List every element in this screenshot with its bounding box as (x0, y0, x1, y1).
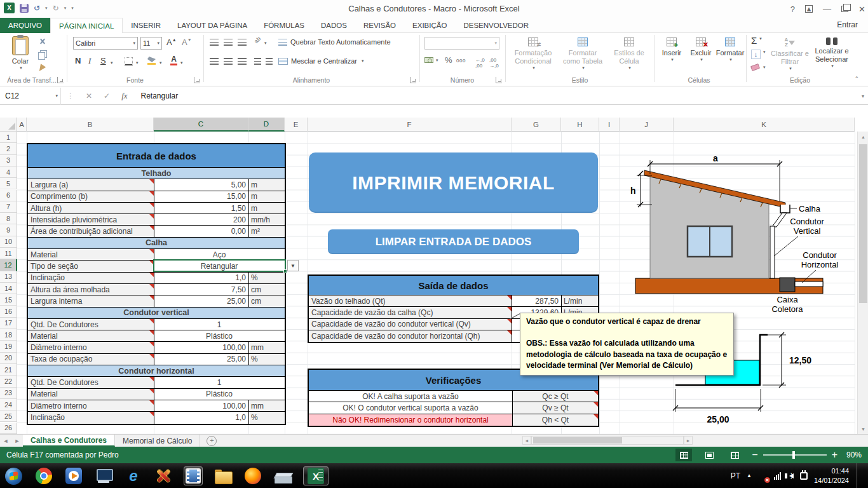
confirm-entry-icon[interactable]: ✓ (98, 92, 116, 100)
name-box-caret-icon[interactable]: ▾ (55, 93, 58, 98)
align-middle-icon[interactable] (224, 39, 233, 46)
align-left-icon[interactable] (210, 58, 219, 65)
row-value[interactable]: 100,00 (154, 342, 248, 353)
accounting-format-button[interactable]: ▾ (424, 57, 438, 63)
page-break-view-button[interactable] (726, 449, 743, 461)
shrink-font-button[interactable]: A▼ (182, 37, 192, 47)
row-header-20[interactable]: 20 (0, 353, 17, 364)
decrease-indent-icon[interactable] (254, 58, 261, 65)
scroll-up-icon[interactable]: ▲ (858, 132, 868, 142)
font-color-caret-icon[interactable]: ▾ (180, 60, 183, 65)
row-header-16[interactable]: 16 (0, 306, 17, 318)
show-desktop-button[interactable] (857, 463, 862, 488)
increase-indent-icon[interactable] (266, 58, 273, 65)
row-header-11[interactable]: 11 (0, 248, 17, 259)
horizontal-scrollbar[interactable]: ◄ ► (522, 435, 693, 445)
row-header-19[interactable]: 19 (0, 341, 17, 352)
clock[interactable]: 01:44 14/01/2024 (814, 466, 849, 485)
tab-pa-gina-inicial[interactable]: PÁGINA INICIAL (50, 18, 123, 33)
column-header-i[interactable]: I (599, 118, 620, 132)
column-header-g[interactable]: G (512, 118, 561, 132)
name-box[interactable]: C12▾ (0, 88, 61, 105)
orientation-caret-icon[interactable]: ▾ (264, 41, 267, 46)
zoom-in-icon[interactable]: + (832, 449, 837, 461)
column-header-k[interactable]: K (674, 118, 855, 132)
column-header-j[interactable]: J (620, 118, 674, 132)
horizontal-scroll-thumb[interactable] (533, 437, 622, 444)
scroll-down-icon[interactable]: ▼ (858, 424, 868, 434)
row-value[interactable]: Plástico (154, 389, 284, 400)
row-header-17[interactable]: 17 (0, 318, 17, 329)
row-header-5[interactable]: 5 (0, 178, 17, 189)
row-header-25[interactable]: 25 (0, 410, 17, 422)
action-center-icon[interactable]: ✕ (758, 471, 768, 480)
tab-dados[interactable]: DADOS (313, 18, 355, 33)
align-top-icon[interactable] (210, 39, 219, 46)
taskbar-firefox-icon[interactable] (243, 466, 262, 485)
formula-bar-value[interactable]: Retangular (141, 92, 179, 100)
row-value[interactable]: 25,00 (154, 295, 248, 306)
row-header-10[interactable]: 10 (0, 236, 17, 248)
tab-desenvolvedor[interactable]: DESENVOLVEDOR (455, 18, 537, 33)
column-header-c[interactable]: C (154, 118, 248, 132)
restore-icon[interactable] (841, 6, 848, 12)
italic-button[interactable]: I (88, 56, 91, 66)
fill-color-button[interactable] (147, 57, 156, 65)
taskbar-remote-desktop-icon[interactable] (94, 466, 113, 485)
font-name-select[interactable]: Calibri▾ (73, 37, 138, 50)
underline-button[interactable]: S (100, 56, 106, 65)
row-header-7[interactable]: 7 (0, 201, 17, 213)
row-value[interactable]: 200 (154, 214, 248, 225)
increase-decimal-button[interactable]: ←,0,00 (475, 57, 485, 69)
vertical-scrollbar[interactable]: ▲ ▼ (857, 132, 868, 434)
row-header-2[interactable]: 2 (0, 143, 17, 154)
conditional-formatting-button[interactable]: ≠ Formatação Condicional▾ (510, 37, 556, 71)
align-right-icon[interactable] (238, 58, 247, 65)
cell-styles-button[interactable]: Estilos de Célula▾ (609, 37, 649, 71)
page-layout-view-button[interactable] (701, 449, 717, 461)
row-header-15[interactable]: 15 (0, 294, 17, 306)
row-header-26[interactable]: 26 (0, 423, 17, 434)
number-format-select[interactable]: ▾ (424, 37, 499, 50)
row-value[interactable]: 1 (154, 377, 284, 388)
normal-view-button[interactable] (675, 449, 692, 461)
font-size-select[interactable]: 11▾ (140, 37, 162, 50)
clear-button[interactable]: ▾ (751, 65, 766, 70)
row-header-4[interactable]: 4 (0, 166, 17, 178)
new-sheet-icon[interactable]: + (207, 436, 217, 446)
scroll-left-icon[interactable]: ◄ (522, 436, 531, 445)
fill-color-caret-icon[interactable]: ▾ (159, 60, 162, 65)
bold-button[interactable]: N (75, 56, 81, 65)
paste-button[interactable]: Colar▾ (6, 36, 34, 71)
merge-center-button[interactable]: Mesclar e Centralizar▾ (278, 57, 363, 65)
cancel-entry-icon[interactable]: ✕ (80, 92, 98, 100)
zoom-slider-thumb[interactable] (792, 451, 795, 459)
comma-style-button[interactable]: 000 (456, 58, 466, 64)
sheet-prev-icon[interactable]: ◄ (0, 435, 11, 447)
zoom-level[interactable]: 90% (843, 451, 862, 459)
ribbon-options-icon[interactable]: ▴ (805, 5, 813, 13)
grow-font-button[interactable]: A▲ (166, 37, 177, 47)
taskbar-media-player-icon[interactable] (64, 466, 83, 485)
row-value[interactable]: 100,00 (154, 400, 248, 411)
alignment-dialog-launcher-icon[interactable] (410, 77, 416, 83)
tab-inserir[interactable]: INSERIR (123, 18, 169, 33)
volume-icon[interactable] (789, 473, 794, 478)
column-header-d[interactable]: D (248, 118, 285, 132)
row-header-9[interactable]: 9 (0, 224, 17, 236)
column-header-a[interactable]: A (17, 118, 27, 132)
limpar-entrada-button[interactable]: LIMPAR ENTRADA DE DADOS (328, 229, 579, 254)
row-header-8[interactable]: 8 (0, 213, 17, 224)
borders-caret-icon[interactable]: ▾ (136, 60, 139, 65)
row-value[interactable]: 1 (154, 319, 284, 330)
column-header-b[interactable]: B (27, 118, 154, 132)
select-all-corner[interactable] (0, 118, 17, 132)
row-value[interactable]: 5,00 (154, 179, 248, 190)
tray-expand-icon[interactable]: ▲ (747, 473, 752, 478)
wrap-text-button[interactable]: Quebrar Texto Automaticamente (278, 38, 391, 46)
row-value[interactable]: 0,00 (154, 226, 248, 236)
cell-dropdown-button[interactable]: ▼ (287, 260, 299, 271)
align-center-icon[interactable] (224, 58, 233, 65)
taskbar-movie-maker-icon[interactable] (184, 466, 203, 485)
network-icon[interactable] (774, 472, 781, 480)
